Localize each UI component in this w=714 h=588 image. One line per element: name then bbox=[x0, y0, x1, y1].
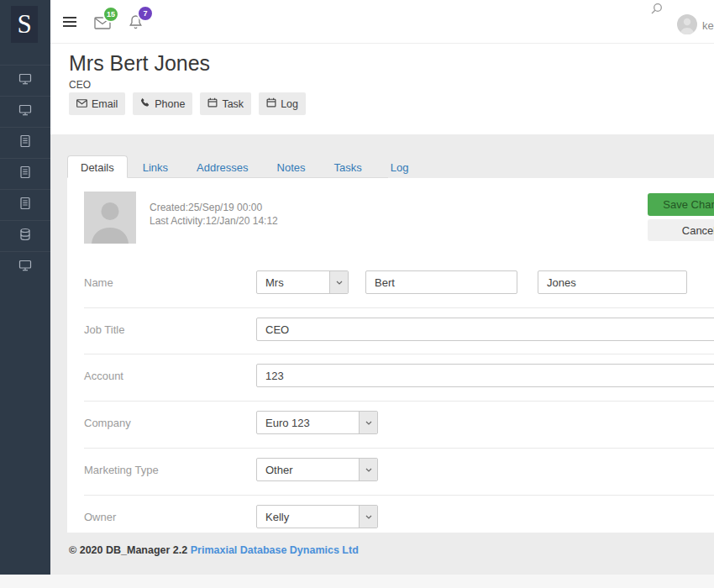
marketing-type-label: Marketing Type bbox=[84, 464, 235, 476]
content-area: Details Links Addresses Notes Tasks Log … bbox=[50, 134, 714, 533]
notifications-button[interactable]: 7 bbox=[129, 14, 143, 33]
tab-tasks[interactable]: Tasks bbox=[321, 155, 375, 178]
cancel-button[interactable]: Cancel bbox=[648, 219, 714, 241]
sidebar-item-monitor-2[interactable] bbox=[0, 96, 50, 127]
footer-company-link[interactable]: Primaxial Database Dynamics Ltd bbox=[191, 544, 359, 556]
database-icon bbox=[18, 228, 32, 244]
quick-actions: Email Phone Task Log bbox=[69, 92, 306, 115]
phone-button[interactable]: Phone bbox=[133, 92, 192, 115]
chevron-down-icon bbox=[359, 412, 377, 433]
chevron-down-icon bbox=[359, 506, 377, 528]
account-label: Account bbox=[84, 370, 235, 382]
tab-bar: Details Links Addresses Notes Tasks Log bbox=[67, 155, 423, 178]
sidebar: S bbox=[0, 0, 50, 575]
phone-button-label: Phone bbox=[155, 98, 185, 110]
last-activity-label: Last Activity:12/Jan/20 14:12 bbox=[150, 214, 278, 228]
notifications-count-badge: 7 bbox=[137, 5, 154, 22]
top-navbar: 15 7 kelly bbox=[50, 0, 714, 44]
divider bbox=[84, 354, 714, 354]
footer: © 2020 DB_Manager 2.2 Primaxial Database… bbox=[50, 533, 714, 575]
page-subtitle: CEO bbox=[69, 79, 91, 91]
title-select-value: Mrs bbox=[257, 271, 329, 293]
hamburger-menu-icon[interactable] bbox=[63, 17, 76, 27]
log-button-label: Log bbox=[281, 98, 298, 110]
task-button-label: Task bbox=[222, 98, 244, 110]
messages-count-badge: 15 bbox=[102, 6, 119, 23]
document-icon bbox=[18, 134, 32, 151]
tab-addresses[interactable]: Addresses bbox=[183, 155, 261, 178]
divider bbox=[84, 401, 714, 402]
owner-select-value: Kelly bbox=[257, 506, 359, 528]
name-label: Name bbox=[84, 276, 235, 289]
user-avatar[interactable] bbox=[677, 14, 697, 34]
last-name-input[interactable] bbox=[538, 270, 687, 294]
marketing-type-select[interactable]: Other bbox=[256, 458, 378, 481]
calendar-icon bbox=[266, 97, 276, 110]
document-icon bbox=[18, 197, 32, 213]
owner-select[interactable]: Kelly bbox=[256, 505, 378, 528]
email-button[interactable]: Email bbox=[69, 92, 125, 115]
sidebar-item-document-1[interactable] bbox=[0, 127, 50, 158]
divider bbox=[84, 448, 714, 449]
marketing-type-select-value: Other bbox=[257, 459, 359, 480]
chevron-down-icon bbox=[329, 271, 348, 293]
monitor-icon bbox=[18, 72, 32, 89]
monitor-icon bbox=[18, 259, 32, 276]
company-label: Company bbox=[84, 417, 235, 429]
divider bbox=[84, 495, 714, 496]
phone-icon bbox=[140, 97, 150, 110]
contact-photo-placeholder bbox=[84, 192, 136, 244]
calendar-icon bbox=[207, 97, 218, 110]
company-select[interactable]: Euro 123 bbox=[256, 411, 378, 434]
sidebar-item-monitor-3[interactable] bbox=[0, 251, 50, 282]
username-label[interactable]: kelly bbox=[702, 19, 714, 32]
details-panel: Created:25/Sep/19 00:00 Last Activity:12… bbox=[67, 178, 714, 533]
job-title-input[interactable] bbox=[256, 318, 714, 341]
monitor-icon bbox=[18, 103, 32, 120]
save-changes-button[interactable]: Save Changes bbox=[648, 193, 714, 216]
chevron-down-icon bbox=[359, 459, 377, 480]
owner-label: Owner bbox=[84, 511, 235, 523]
sidebar-item-document-3[interactable] bbox=[0, 189, 50, 220]
log-button[interactable]: Log bbox=[259, 92, 306, 115]
app-logo[interactable]: S bbox=[11, 6, 38, 43]
tab-details[interactable]: Details bbox=[67, 155, 128, 178]
email-button-label: Email bbox=[92, 98, 118, 110]
sidebar-item-document-2[interactable] bbox=[0, 158, 50, 189]
account-input[interactable] bbox=[256, 364, 714, 387]
copyright-text: © 2020 DB_Manager 2.2 bbox=[69, 544, 187, 556]
document-icon bbox=[18, 165, 32, 182]
tab-notes[interactable]: Notes bbox=[264, 155, 319, 178]
sidebar-nav bbox=[0, 65, 50, 282]
created-label: Created:25/Sep/19 00:00 bbox=[150, 201, 278, 214]
divider bbox=[84, 307, 714, 308]
task-button[interactable]: Task bbox=[200, 92, 251, 115]
envelope-icon bbox=[76, 98, 87, 110]
tab-links[interactable]: Links bbox=[129, 155, 181, 178]
page-bottom-strip bbox=[0, 575, 714, 588]
messages-button[interactable]: 15 bbox=[94, 17, 111, 33]
sidebar-item-monitor-1[interactable] bbox=[0, 65, 50, 96]
title-select[interactable]: Mrs bbox=[256, 270, 349, 294]
first-name-input[interactable] bbox=[365, 270, 517, 294]
profile-header: Mrs Bert Jones CEO Email Phone Task Log bbox=[50, 44, 714, 134]
sidebar-item-database[interactable] bbox=[0, 220, 50, 251]
search-icon[interactable] bbox=[651, 3, 663, 18]
tab-log[interactable]: Log bbox=[377, 155, 423, 178]
page-title: Mrs Bert Jones bbox=[69, 51, 210, 76]
record-meta: Created:25/Sep/19 00:00 Last Activity:12… bbox=[150, 201, 278, 228]
job-title-label: Job Title bbox=[84, 323, 235, 336]
company-select-value: Euro 123 bbox=[257, 412, 359, 433]
